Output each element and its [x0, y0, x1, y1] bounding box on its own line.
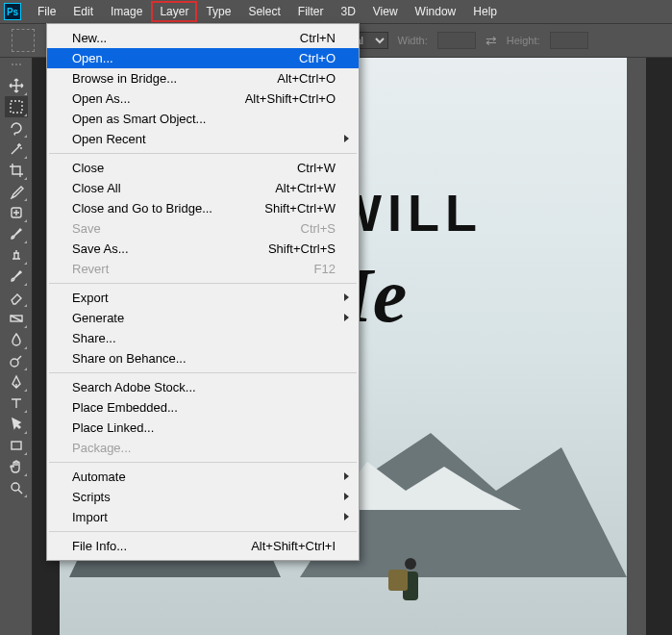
path-select-tool[interactable]	[5, 414, 28, 435]
menuitem-close-and-go-to-bridge[interactable]: Close and Go to Bridge...Shift+Ctrl+W	[47, 198, 359, 218]
menu-separator	[49, 153, 357, 154]
menu-filter[interactable]: Filter	[289, 1, 333, 22]
menu-type[interactable]: Type	[197, 1, 239, 22]
menuitem-shortcut: Ctrl+N	[300, 31, 336, 45]
menuitem-open-recent[interactable]: Open Recent	[47, 129, 359, 149]
eyedropper-tool[interactable]	[5, 181, 28, 202]
magic-wand-tool[interactable]	[5, 139, 28, 160]
menuitem-label: Share...	[72, 331, 116, 345]
menuitem-shortcut: Ctrl+W	[297, 161, 336, 175]
blur-tool[interactable]	[5, 329, 28, 350]
menuitem-open-as-smart-object[interactable]: Open as Smart Object...	[47, 109, 359, 129]
submenu-arrow-icon	[344, 472, 349, 480]
menuitem-label: Place Embedded...	[72, 400, 178, 415]
eraser-tool[interactable]	[5, 287, 28, 308]
pen-tool[interactable]	[5, 371, 28, 393]
menubar: Ps FileEditImageLayerTypeSelectFilter3DV…	[0, 0, 672, 23]
menuitem-label: Open As...	[72, 91, 131, 106]
history-brush-tool[interactable]	[5, 266, 28, 287]
menu-window[interactable]: Window	[407, 1, 465, 22]
brush-tool[interactable]	[5, 223, 28, 244]
menuitem-search-adobe-stock[interactable]: Search Adobe Stock...	[47, 377, 359, 397]
menuitem-label: Open as Smart Object...	[72, 112, 206, 126]
menu-3d[interactable]: 3D	[332, 1, 363, 22]
menu-image[interactable]: Image	[102, 1, 151, 22]
menu-layer[interactable]: Layer	[151, 1, 197, 22]
menuitem-open[interactable]: Open...Ctrl+O	[47, 48, 359, 68]
menuitem-label: New...	[72, 31, 107, 45]
marquee-tool[interactable]	[5, 96, 28, 117]
menuitem-label: Import	[72, 510, 108, 524]
menuitem-label: Place Linked...	[72, 420, 154, 435]
tools-handle-icon[interactable]	[5, 64, 28, 69]
menuitem-label: Generate	[72, 311, 124, 325]
gradient-tool[interactable]	[5, 308, 28, 329]
submenu-arrow-icon	[344, 513, 349, 521]
menuitem-label: Export	[72, 291, 109, 305]
menuitem-shortcut: Alt+Ctrl+W	[275, 181, 336, 195]
menuitem-open-as[interactable]: Open As...Alt+Shift+Ctrl+O	[47, 89, 359, 109]
svg-rect-0	[11, 101, 22, 113]
swap-icon[interactable]: ⇄	[485, 33, 497, 48]
menuitem-label: Open Recent	[72, 132, 146, 146]
menuitem-label: Package...	[72, 441, 131, 455]
menuitem-export[interactable]: Export	[47, 288, 359, 308]
menu-edit[interactable]: Edit	[64, 1, 102, 22]
menuitem-scripts[interactable]: Scripts	[47, 487, 359, 507]
menuitem-label: Scripts	[72, 490, 111, 504]
menu-select[interactable]: Select	[239, 1, 288, 22]
lasso-tool[interactable]	[5, 117, 28, 139]
submenu-arrow-icon	[344, 314, 349, 321]
menu-help[interactable]: Help	[464, 1, 506, 22]
menuitem-new[interactable]: New...Ctrl+N	[47, 28, 359, 48]
tools-panel	[0, 58, 33, 635]
menuitem-share[interactable]: Share...	[47, 328, 359, 348]
height-label: Height:	[507, 35, 540, 46]
menuitem-share-on-behance[interactable]: Share on Behance...	[47, 348, 359, 368]
menuitem-place-linked[interactable]: Place Linked...	[47, 418, 359, 438]
menuitem-label: Close	[72, 161, 104, 175]
menuitem-close[interactable]: CloseCtrl+W	[47, 158, 359, 178]
menuitem-automate[interactable]: Automate	[47, 467, 359, 487]
menuitem-save: SaveCtrl+S	[47, 218, 359, 239]
menu-separator	[49, 372, 357, 373]
menu-separator	[49, 462, 357, 463]
menuitem-shortcut: Alt+Shift+Ctrl+O	[245, 91, 336, 106]
menuitem-label: Search Adobe Stock...	[72, 380, 196, 394]
menuitem-close-all[interactable]: Close AllAlt+Ctrl+W	[47, 178, 359, 198]
menuitem-label: Open...	[72, 51, 113, 65]
type-tool[interactable]	[5, 393, 28, 414]
menuitem-label: Save As...	[72, 241, 129, 256]
dodge-tool[interactable]	[5, 350, 28, 371]
menu-view[interactable]: View	[364, 1, 407, 22]
menu-separator	[49, 531, 357, 532]
menuitem-label: Close All	[72, 181, 121, 195]
file-menu-dropdown: New...Ctrl+NOpen...Ctrl+OBrowse in Bridg…	[46, 23, 360, 561]
submenu-arrow-icon	[344, 493, 349, 500]
menuitem-revert: RevertF12	[47, 259, 359, 279]
clone-stamp-tool[interactable]	[5, 244, 28, 266]
menuitem-shortcut: Ctrl+S	[301, 221, 336, 236]
menuitem-browse-in-bridge[interactable]: Browse in Bridge...Alt+Ctrl+O	[47, 68, 359, 89]
app-icon: Ps	[4, 3, 21, 20]
healing-brush-tool[interactable]	[5, 202, 28, 223]
menuitem-shortcut: Shift+Ctrl+S	[268, 241, 336, 256]
height-input	[550, 32, 588, 49]
rectangle-tool[interactable]	[5, 435, 28, 456]
menuitem-import[interactable]: Import	[47, 507, 359, 527]
menuitem-shortcut: Alt+Shift+Ctrl+I	[251, 539, 336, 553]
width-input	[437, 32, 476, 49]
crop-tool[interactable]	[5, 160, 28, 181]
menuitem-label: Revert	[72, 262, 109, 276]
menu-file[interactable]: File	[29, 1, 64, 22]
move-tool[interactable]	[5, 75, 28, 96]
hand-tool[interactable]	[5, 456, 28, 477]
menuitem-save-as[interactable]: Save As...Shift+Ctrl+S	[47, 239, 359, 259]
tool-preset-icon[interactable]	[12, 29, 35, 52]
menuitem-shortcut: Ctrl+O	[299, 51, 336, 65]
width-label: Width:	[398, 35, 428, 46]
menuitem-generate[interactable]: Generate	[47, 308, 359, 328]
menuitem-place-embedded[interactable]: Place Embedded...	[47, 397, 359, 418]
zoom-tool[interactable]	[5, 477, 28, 498]
menuitem-file-info[interactable]: File Info...Alt+Shift+Ctrl+I	[47, 536, 359, 556]
